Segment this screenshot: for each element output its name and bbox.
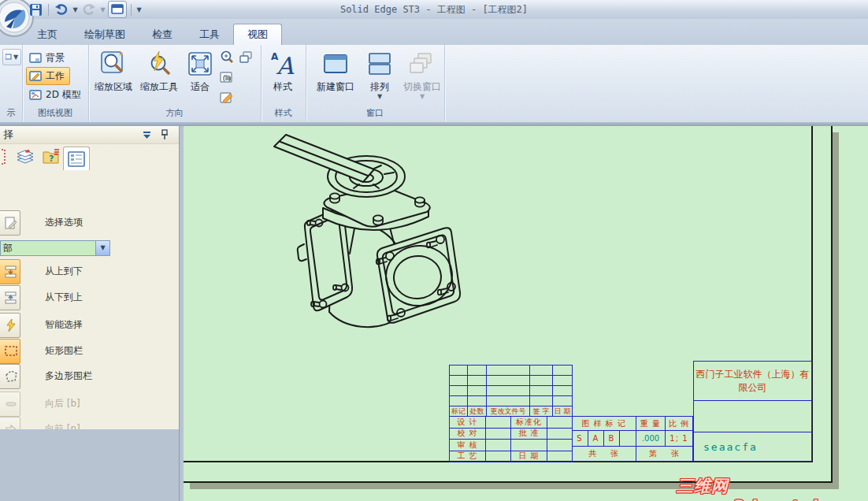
titleblock-cell (620, 431, 636, 447)
2d-model-button[interactable]: 2D 模型 (26, 86, 87, 104)
query-folder-icon[interactable]: ? (41, 147, 62, 167)
dotted-poly-icon[interactable] (0, 364, 20, 389)
svg-text:A: A (271, 51, 279, 62)
save-floppy-icon[interactable] (27, 2, 44, 17)
button-label: 新建窗口 (317, 80, 354, 94)
titleblock-cell (511, 440, 547, 451)
button-label: 样式 (273, 80, 292, 94)
ribbon-group-label: 示 (0, 107, 22, 119)
titleblock-cell (553, 376, 573, 386)
panel-item-poly-fence[interactable]: 多边形围栏 (0, 364, 179, 391)
button-label: 排列 (370, 80, 389, 94)
panel-header: 择 (0, 126, 179, 144)
titleblock-cell: 比 例 (666, 417, 693, 431)
panel-item-label: 矩形围栏 (45, 344, 83, 358)
pin-panel-icon[interactable] (160, 128, 169, 146)
layers-icon[interactable] (14, 147, 35, 167)
solid-edge-window: ▼ ▼ ▼ Solid Edge ST3 - 工程图 - [工程图2] 主页绘制… (0, 0, 868, 501)
arrange-button[interactable]: 排列 ▼ (362, 47, 397, 107)
background-sheet-button[interactable]: 背景 (26, 49, 70, 67)
ribbon-group-label: 样式 (261, 107, 306, 119)
button-label: 工作 (46, 69, 65, 83)
panel-item-bottom-up[interactable]: 从下到上 (0, 285, 179, 312)
qat-customize-chevron[interactable]: ▼ (135, 6, 143, 13)
ribbon-group-sheet-views: 背景 工作 2D 模型 图纸视图 (22, 45, 89, 121)
titleblock-cell: 处数 (468, 406, 487, 417)
zoom-icon[interactable] (219, 50, 235, 65)
select-filter-dropdown[interactable]: 部 ▼ (0, 240, 110, 256)
dotted-rect-icon[interactable] (0, 339, 20, 364)
button-label: 缩放工具 (140, 80, 178, 94)
dropdown-value: 部 (3, 243, 13, 254)
sheets-icon[interactable] (238, 50, 254, 65)
titleblock-cell (487, 386, 530, 396)
titleblock-cell (486, 417, 511, 429)
tab-inspect[interactable]: 检查 (139, 24, 186, 45)
tab-tools[interactable]: 工具 (186, 24, 233, 45)
titleblock-cell (450, 396, 468, 406)
undo-dropdown-chevron[interactable]: ▼ (72, 6, 79, 13)
pan-icon[interactable] (219, 70, 235, 86)
company-name: 西门子工业软件（上海）有限公司 (694, 362, 811, 401)
titleblock-cell (547, 417, 573, 429)
zoom-tool-button[interactable]: 缩放工具 (137, 47, 181, 107)
titleblock-cell (486, 429, 511, 440)
titleblock-cell: 共 张 (572, 447, 636, 462)
redo-arrow-icon[interactable] (80, 2, 98, 17)
panel-item-label: 多边形围栏 (45, 369, 92, 383)
valve-drawing[interactable] (260, 129, 473, 342)
redo-dropdown-chevron[interactable]: ▼ (99, 6, 106, 13)
zoom-area-button[interactable]: 缩放区域 (91, 47, 135, 107)
switch-window-button[interactable]: 切换窗口 ▼ (402, 47, 443, 107)
ribbon-tab-row: 主页绘制草图检查工具视图 (0, 19, 868, 45)
doc-pencil-icon[interactable] (0, 210, 20, 236)
panel-item-smart-select[interactable]: 智能选择 (0, 313, 179, 340)
fit-button[interactable]: 适合 (183, 47, 217, 107)
titleblock-cell: .000 (636, 431, 666, 447)
titleblock-cell (547, 451, 573, 463)
arrow-down-stack-icon[interactable] (0, 259, 20, 284)
titleblock-cell (530, 396, 553, 406)
titleblock-cell (487, 396, 530, 406)
working-sheet-button[interactable]: 工作 (26, 67, 70, 85)
titleblock-cell (450, 366, 468, 376)
titleblock-cell: 签 字 (530, 406, 553, 417)
svg-text:?: ? (49, 154, 54, 164)
panel-tab-edge-icon[interactable] (0, 147, 7, 167)
panel-content: 部 ▼ ✓ 接受 ✕ 取消选择 选择选项从上到下从下到上智能选择矩形围栏多边形围… (0, 167, 179, 429)
drawing-viewport[interactable]: 标记处数更改文件号签 字日 期设 计标准化校 对批 准审 核工 艺日 期 图 样… (184, 126, 868, 501)
panel-empty-area (0, 429, 184, 501)
collapse-panel-icon[interactable] (142, 128, 152, 146)
zoom-area-icon (100, 47, 127, 80)
arrange-dropdown-chevron[interactable]: ▼ (377, 94, 382, 100)
titleblock-cell (553, 386, 573, 396)
back-bar-icon[interactable] (0, 392, 20, 417)
undo-arrow-icon[interactable] (53, 2, 70, 17)
switch-window-icon[interactable] (108, 1, 127, 18)
ribbon-group-overflow: ▼ 示 (0, 45, 23, 121)
new-window-button[interactable]: 新建窗口 (312, 47, 359, 107)
titleblock-cell: S (572, 431, 588, 447)
chevron-down-icon[interactable]: ▼ (95, 241, 109, 255)
ribbon: ▼ 示 背景 工作 2D 模型 图纸视图 缩 (0, 45, 868, 123)
title-block: 标记处数更改文件号签 字日 期设 计标准化校 对批 准审 核工 艺日 期 图 样… (449, 361, 812, 462)
panel-item-top-down[interactable]: 从上到下 (0, 259, 179, 286)
arrow-up-stack-icon[interactable] (0, 285, 20, 310)
ribbon-tabs: 主页绘制草图检查工具视图 (24, 23, 282, 45)
background-sheet-icon (29, 53, 42, 64)
style-button[interactable]: AA 样式 (262, 47, 303, 107)
panel-item-select-options[interactable]: 选择选项 (0, 210, 179, 237)
titleblock-cell: 图 样 标 记 (572, 417, 636, 431)
tab-view[interactable]: 视图 (233, 24, 282, 45)
titleblock-cell (487, 366, 530, 376)
panel-item-rect-fence[interactable]: 矩形围栏 (0, 339, 179, 366)
panel-item-label: 从上到下 (45, 265, 83, 278)
redline-pen-icon[interactable] (219, 90, 235, 106)
tab-sketch[interactable]: 绘制草图 (71, 24, 139, 45)
panel-item-backward[interactable]: 向后 [b] (0, 392, 179, 418)
fit-icon (187, 47, 213, 80)
lightning-icon[interactable] (0, 313, 20, 338)
overflow-dropdown-button[interactable]: ▼ (2, 49, 21, 65)
qat-separator (131, 4, 132, 16)
titleblock-cell: 校 对 (450, 429, 486, 440)
